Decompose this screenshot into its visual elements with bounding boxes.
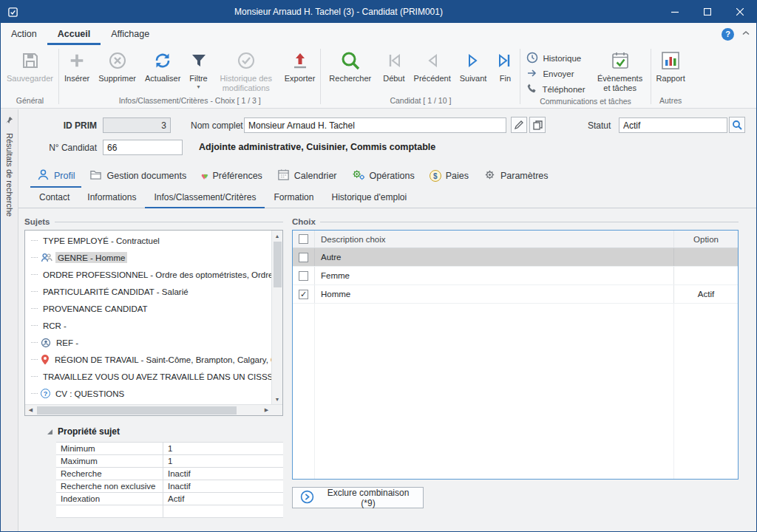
tab-preferences[interactable]: ♥♥ Préférences — [194, 166, 269, 188]
export-button[interactable]: Exporter — [280, 47, 320, 83]
list-item[interactable]: RCR - — [25, 317, 271, 334]
check-circle-icon — [237, 50, 256, 72]
column-header-option[interactable]: Option — [674, 231, 738, 248]
subtab-formation[interactable]: Formation — [265, 188, 322, 208]
subtab-infos-classement[interactable]: Infos/Classement/Critères — [145, 188, 265, 208]
scroll-right-icon[interactable]: ▶ — [261, 405, 272, 415]
horizontal-scrollbar[interactable]: ◀ ▶ — [25, 404, 282, 415]
search-button[interactable]: Rechercher — [322, 47, 378, 83]
history-modifications-button[interactable]: Historique des modifications — [212, 47, 280, 92]
x-circle-icon — [108, 50, 127, 72]
legend-divider — [320, 222, 739, 222]
table-row[interactable]: Femme — [293, 267, 738, 285]
exclude-combination-button[interactable]: Exclure combinaison (*9) — [292, 487, 424, 508]
scroll-down-icon[interactable]: ▼ — [272, 394, 283, 404]
send-button[interactable]: Envoyer — [523, 66, 588, 81]
ribbon-group-label: Candidat [ 1 / 10 ] — [322, 96, 519, 108]
list-item[interactable]: ? CV : QUESTIONS — [25, 385, 271, 402]
maximize-button[interactable] — [691, 1, 724, 23]
ribbon-group-autres: Rapport Autres — [652, 45, 690, 108]
collapse-ribbon-icon[interactable] — [741, 27, 750, 41]
chart-icon — [660, 50, 681, 72]
select-all-checkbox[interactable] — [299, 234, 308, 244]
property-section-header[interactable]: Propriété sujet — [47, 425, 283, 438]
clock-icon — [526, 52, 538, 65]
status-lookup-button[interactable] — [729, 117, 745, 133]
tab-parametres[interactable]: Paramètres — [477, 166, 555, 188]
tree-line — [31, 342, 38, 343]
status-field[interactable] — [619, 117, 727, 133]
column-header-description[interactable]: Description choix — [315, 231, 674, 248]
titlebar: Monsieur Arnaud H. Tachel (3) - Candidat… — [1, 1, 756, 23]
subtab-informations[interactable]: Informations — [78, 188, 145, 208]
list-item[interactable]: ORDRE PROFESSIONNEL - Ordre des optométr… — [25, 266, 271, 283]
scrollbar-thumb[interactable] — [274, 242, 282, 287]
grid-header-row: Description choix Option — [293, 231, 738, 248]
tree-line — [31, 325, 38, 326]
grid-empty-area — [293, 304, 738, 479]
first-record-button[interactable]: Début — [378, 47, 409, 83]
subtab-contact[interactable]: Contact — [30, 188, 78, 208]
list-item[interactable]: PROVENANCE CANDIDAT — [25, 300, 271, 317]
delete-button[interactable]: Supprimer — [94, 47, 140, 83]
insert-button[interactable]: Insérer — [60, 47, 94, 83]
previous-record-button[interactable]: Précédent — [410, 47, 455, 83]
main-tabs: Profil Gestion documents ♥♥ Préférences … — [30, 166, 756, 188]
list-item[interactable]: GENRE - Homme — [25, 249, 271, 266]
list-item[interactable]: RÉGION DE TRAVAIL - Saint-Côme, Brampton… — [25, 351, 271, 368]
tab-gestion-documents[interactable]: Gestion documents — [83, 166, 193, 188]
next-record-button[interactable]: Suivant — [455, 47, 492, 83]
tab-operations[interactable]: Opérations — [345, 166, 421, 188]
map-pin-icon — [41, 354, 50, 365]
table-row[interactable]: Autre — [293, 248, 738, 267]
sub-tabs: Contact Informations Infos/Classement/Cr… — [18, 188, 756, 208]
last-icon — [495, 50, 515, 72]
first-icon — [384, 50, 404, 72]
tab-calendrier[interactable]: Calendrier — [271, 166, 344, 188]
scroll-left-icon[interactable]: ◀ — [25, 405, 36, 415]
ribbon-group-infos: Insérer Supprimer Actualiser Filtre ▾ — [60, 45, 319, 108]
candidate-number-field[interactable] — [103, 140, 183, 155]
scroll-up-icon[interactable]: ▲ — [272, 231, 283, 241]
full-name-field[interactable] — [244, 117, 506, 133]
edit-name-button[interactable] — [511, 117, 527, 133]
row-checkbox[interactable] — [299, 290, 308, 299]
save-button[interactable]: Sauvegarder — [2, 47, 58, 83]
minimize-button[interactable] — [659, 1, 691, 23]
tab-paies[interactable]: $ Paies — [423, 166, 475, 188]
events-tasks-button[interactable]: Évènements et tâches — [591, 47, 650, 92]
row-checkbox[interactable] — [299, 253, 308, 262]
last-record-button[interactable]: Fin — [491, 47, 519, 83]
person-icon — [37, 168, 50, 183]
refresh-button[interactable]: Actualiser — [140, 47, 185, 83]
sujets-listbox: TYPE EMPLOYÉ - Contractuel GENRE - Homme… — [24, 230, 283, 416]
phone-button[interactable]: Téléphoner — [523, 81, 588, 97]
help-icon[interactable]: ? — [722, 28, 734, 41]
row-checkbox[interactable] — [299, 271, 308, 281]
chevron-down-icon: ▾ — [197, 83, 200, 90]
list-item[interactable]: REF - — [25, 334, 271, 351]
history-button[interactable]: Historique — [523, 50, 588, 66]
subtab-historique-emploi[interactable]: Historique d'emploi — [322, 188, 415, 208]
close-button[interactable] — [724, 1, 756, 23]
list-item[interactable]: TRAVAILLEZ VOUS OU AVEZ TRAVAILLÉ DANS U… — [25, 368, 271, 385]
tab-profil[interactable]: Profil — [30, 166, 81, 188]
property-row: Recherche non exclusiveInactif — [56, 480, 283, 493]
table-row[interactable]: Homme Actif — [293, 285, 738, 304]
ribbon-group-label: Général — [2, 96, 58, 108]
menu-tab-affichage[interactable]: Affichage — [101, 23, 160, 45]
list-item[interactable]: TYPE EMPLOYÉ - Contractuel — [25, 232, 271, 249]
gear-icon — [483, 168, 496, 183]
menu-tab-action[interactable]: Action — [1, 23, 47, 45]
property-section-title: Propriété sujet — [58, 426, 120, 437]
filter-button[interactable]: Filtre ▾ — [185, 47, 211, 90]
vertical-scrollbar[interactable]: ▲ ▼ — [271, 231, 282, 404]
report-button[interactable]: Rapport — [652, 47, 690, 83]
scrollbar-thumb[interactable] — [37, 406, 237, 415]
list-item[interactable]: PARTICULARITÉ CANDIDAT - Salarié — [25, 283, 271, 300]
select-all-cell[interactable] — [293, 231, 315, 248]
menu-tab-accueil[interactable]: Accueil — [47, 23, 101, 45]
ribbon-group-label: Infos/Classement/Critères - Choix [ 1 / … — [60, 96, 319, 108]
copy-name-button[interactable] — [529, 117, 546, 133]
filter-icon — [190, 50, 208, 72]
